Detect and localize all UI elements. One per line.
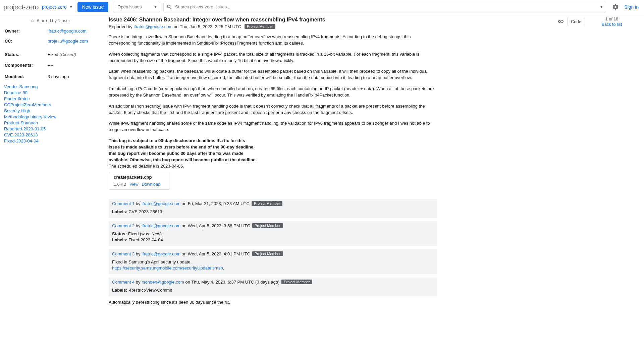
comment-author[interactable]: rschoen@google.com <box>142 280 184 285</box>
comment-kv-row: Labels: CVE-2023-28613 <box>112 209 434 214</box>
issue-description: There is an integer overflow in Shannon … <box>109 34 437 199</box>
comment-anchor[interactable]: Comment 2 <box>112 223 135 228</box>
cc-label: CC: <box>5 35 47 45</box>
kv-key: Status: <box>112 231 127 236</box>
kv-key: Labels: <box>112 237 127 242</box>
comment-date: on Wed, Apr 5, 2023, 4:01 PM UTC <box>182 251 250 256</box>
pagination-count: 1 of 18 <box>592 17 632 21</box>
main-content: 1 of 18 Back to list Issue 2406: Shannon… <box>105 14 644 320</box>
comment-anchor[interactable]: Comment 3 <box>112 251 135 256</box>
attachment-download-link[interactable]: Download <box>142 182 160 187</box>
cc-value[interactable]: proje...@google.com <box>48 39 88 44</box>
label-link[interactable]: CVE-2023-28613 <box>4 132 101 137</box>
search-icon <box>166 4 172 10</box>
issue-title: Issue 2406: Shannon Baseband: Integer ov… <box>109 17 556 23</box>
comment-date: on Fri, Mar 31, 2023, 9:33 AM UTC <box>182 201 250 206</box>
attachment-size: 1.6 KB <box>114 182 126 187</box>
kv-value: CVE-2023-28613 <box>128 209 162 214</box>
link-icon[interactable] <box>556 17 565 26</box>
components-value: ---- <box>48 59 88 69</box>
comment-kv-row: Labels: Fixed-2023-04-04 <box>112 237 434 242</box>
comment-body: Fixed in Samsung's April security update… <box>109 259 437 274</box>
label-link[interactable]: Fixed-2023-04-04 <box>4 138 101 143</box>
issue-actions: Code <box>556 17 585 26</box>
site-logo: project-zero <box>3 3 39 11</box>
owner-value[interactable]: ifratric@google.com <box>48 28 87 34</box>
comment-anchor[interactable]: Comment 4 <box>112 280 135 285</box>
kv-value: -Restrict-View-Commit <box>128 288 172 293</box>
label-link[interactable]: Product-Shannon <box>4 120 101 125</box>
comment-author[interactable]: ifratric@google.com <box>142 223 180 228</box>
comment-header: Comment 2 by ifratric@google.com on Wed,… <box>109 221 437 230</box>
modified-label: Modified: <box>5 69 47 80</box>
back-to-list-link[interactable]: Back to list <box>602 22 622 27</box>
comment: Comment 2 by ifratric@google.com on Wed,… <box>109 221 437 246</box>
by-word: by <box>136 251 141 256</box>
kv-value: Fixed-2023-04-04 <box>128 237 163 242</box>
comment-author[interactable]: ifratric@google.com <box>142 251 180 256</box>
comment-link-row: https://security.samsungmobile.com/secur… <box>112 265 434 270</box>
reporter-link[interactable]: ifratric@google.com <box>133 24 172 29</box>
label-link[interactable]: Vendor-Samsung <box>4 84 101 89</box>
deadline-b5: The scheduled deadline is 2023-04-05. <box>109 164 184 169</box>
status-value: Fixed <box>48 52 58 57</box>
comment-body: Labels: -Restrict-View-Commit <box>109 288 437 296</box>
topbar: project-zero project-zero ▼ New issue Op… <box>0 0 644 14</box>
label-link[interactable]: Finder-ifratric <box>4 96 101 101</box>
desc-p6: While IPv6 fragment handling shares some… <box>109 120 437 133</box>
sign-in-link[interactable]: Sign in <box>624 4 639 10</box>
comment-author[interactable]: ifratric@google.com <box>142 201 180 206</box>
new-issue-button[interactable]: New issue <box>77 2 109 12</box>
desc-p3: Later, when reassembling packets, the ba… <box>109 68 437 81</box>
starred-count: Starred by 1 user <box>37 18 70 23</box>
comment-body: Labels: CVE-2023-28613 <box>109 209 437 218</box>
label-link[interactable]: CCProjectZeroMembers <box>4 102 101 107</box>
comment-date: on Thu, May 4, 2023, 6:37 PM UTC (3 days… <box>185 280 279 285</box>
desc-p5: An additional (non security) issue with … <box>109 103 437 116</box>
project-member-badge: Project Member <box>252 223 283 228</box>
comment-text: Fixed in Samsung's April security update… <box>112 259 434 264</box>
attachment-view-link[interactable]: View <box>129 182 139 187</box>
scope-label: Open issues <box>117 4 142 9</box>
desc-p4: I'm attaching a PoC code (createpackets.… <box>109 86 437 99</box>
desc-p2: When collecting fragments that correspon… <box>109 51 437 64</box>
status-label: Status: <box>5 45 47 58</box>
external-link[interactable]: https://security.samsungmobile.com/secur… <box>112 265 223 270</box>
label-link[interactable]: Reported-2023-01-05 <box>4 126 101 131</box>
comment-header: Comment 1 by ifratric@google.com on Fri,… <box>109 199 437 208</box>
project-member-badge: Project Member <box>245 24 275 29</box>
deadline-b1: This bug is subject to a 90-day disclosu… <box>109 138 245 143</box>
chevron-down-icon: ▼ <box>154 5 157 9</box>
chevron-down-icon[interactable]: ▼ <box>600 5 603 9</box>
comment-kv-row: Labels: -Restrict-View-Commit <box>112 288 434 293</box>
project-member-badge: Project Member <box>252 251 283 256</box>
label-link[interactable]: Methodology-binary-review <box>4 114 101 119</box>
comment-anchor[interactable]: Comment 1 <box>112 201 135 206</box>
scope-select[interactable]: Open issues ▼ <box>113 2 160 12</box>
attachment: createpackets.cpp 1.6 KB View Download <box>109 172 169 190</box>
post-comment-note: Automatically derestricting since it's b… <box>109 300 632 305</box>
comment-date: on Wed, Apr 5, 2023, 3:58 PM UTC <box>182 223 250 228</box>
project-member-badge: Project Member <box>252 201 282 206</box>
label-link[interactable]: Deadline-90 <box>4 90 101 95</box>
sidebar: ☆ Starred by 1 user Owner: ifratric@goog… <box>0 14 105 320</box>
punct: . <box>223 265 224 270</box>
search-box[interactable]: ▼ <box>163 2 606 12</box>
pagination-nav: 1 of 18 Back to list <box>592 17 632 27</box>
project-crumb[interactable]: project-zero <box>42 4 67 10</box>
label-link[interactable]: Severity-High <box>4 108 101 113</box>
owner-label: Owner: <box>5 27 47 35</box>
comment-body: Status: Fixed (was: New)Labels: Fixed-20… <box>109 231 437 246</box>
star-outline-icon[interactable]: ☆ <box>30 17 35 23</box>
chevron-down-icon[interactable]: ▼ <box>69 5 73 9</box>
kv-key: Labels: <box>112 209 127 214</box>
kv-key: Labels: <box>112 288 127 293</box>
deadline-b3: this bug report will become public 30 da… <box>109 151 244 156</box>
note-text: Automatically derestricting since it's b… <box>109 300 437 305</box>
components-label: Components: <box>5 59 47 69</box>
gear-icon[interactable] <box>612 4 619 10</box>
modified-value: 3 days ago <box>48 69 88 80</box>
desc-p1: There is an integer overflow in Shannon … <box>109 34 437 47</box>
search-input[interactable] <box>175 4 597 9</box>
code-button[interactable]: Code <box>567 17 585 26</box>
